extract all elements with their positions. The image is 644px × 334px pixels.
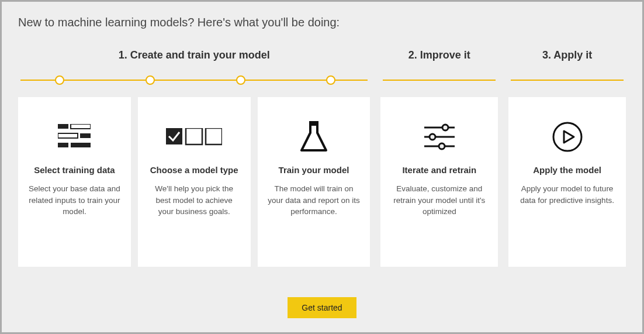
svg-rect-6 [166, 128, 182, 144]
svg-point-11 [442, 125, 448, 130]
card-iterate-desc: Evaluate, customize and retrain your mod… [390, 183, 489, 218]
step-dot-4 [326, 75, 335, 85]
stage-apply: 3. Apply it Apply the model Apply your m… [508, 49, 626, 267]
card-iterate-title: Iterate and retrain [402, 165, 476, 175]
svg-point-15 [439, 143, 445, 149]
card-apply: Apply the model Apply your model to futu… [508, 97, 626, 267]
stage-create: 1. Create and train your model [18, 49, 370, 267]
stage-improve-label: 2. Improve it [380, 49, 498, 80]
checkboxes-icon [166, 115, 222, 159]
svg-rect-8 [206, 128, 222, 144]
stages-row: 1. Create and train your model [18, 49, 626, 267]
svg-rect-0 [58, 124, 68, 129]
svg-rect-3 [80, 133, 91, 138]
stepper-line [20, 80, 368, 97]
card-select-data-title: Select training data [34, 165, 115, 175]
stage-improve-underline [383, 80, 496, 97]
svg-rect-4 [58, 143, 68, 147]
stage-improve: 2. Improve it Iterate and ret [380, 49, 498, 267]
get-started-button[interactable]: Get started [288, 297, 356, 318]
flask-icon [299, 115, 328, 159]
sliders-icon [423, 115, 456, 159]
svg-rect-7 [186, 128, 202, 144]
card-train: Train your model The model will train on… [258, 97, 371, 267]
svg-rect-1 [71, 124, 91, 129]
card-choose-model-desc: We'll help you pick the best model to ac… [147, 183, 241, 218]
data-rows-icon [58, 115, 91, 159]
card-select-data: Select training data Select your base da… [18, 97, 131, 267]
stage-apply-label: 3. Apply it [508, 49, 626, 80]
stage-apply-underline [511, 80, 624, 97]
svg-rect-5 [71, 143, 91, 147]
card-select-data-desc: Select your base data and related inputs… [27, 183, 122, 218]
step-dot-1 [55, 75, 64, 85]
play-circle-icon [552, 115, 583, 159]
card-iterate: Iterate and retrain Evaluate, customize … [380, 97, 498, 267]
card-choose-model-title: Choose a model type [150, 165, 238, 175]
card-apply-title: Apply the model [533, 165, 601, 175]
card-train-title: Train your model [279, 165, 349, 175]
step-dot-3 [236, 75, 245, 85]
card-choose-model: Choose a model type We'll help you pick … [138, 97, 251, 267]
step-dot-2 [146, 75, 155, 85]
card-apply-desc: Apply your model to future data for pred… [518, 183, 617, 206]
svg-point-16 [553, 123, 581, 151]
svg-rect-2 [58, 133, 78, 138]
card-train-desc: The model will train on your data and re… [267, 183, 361, 218]
svg-point-13 [430, 134, 435, 140]
stage-create-label: 1. Create and train your model [18, 49, 370, 80]
page-heading: New to machine learning models? Here's w… [18, 16, 626, 29]
